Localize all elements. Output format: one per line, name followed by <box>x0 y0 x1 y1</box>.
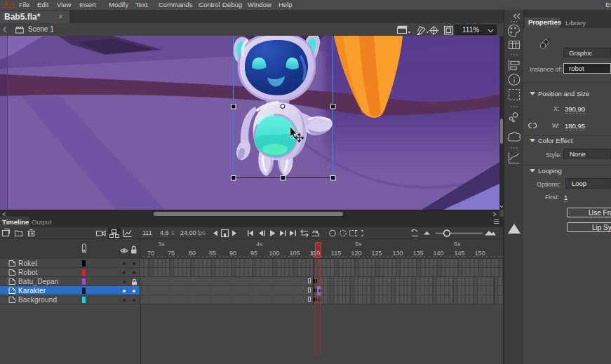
svg-text:s: s <box>171 229 175 236</box>
svg-text:24.00: 24.00 <box>180 229 196 236</box>
svg-text:111: 111 <box>142 229 152 236</box>
svg-text:fps: fps <box>197 229 206 236</box>
svg-text:4.6: 4.6 <box>160 229 169 236</box>
